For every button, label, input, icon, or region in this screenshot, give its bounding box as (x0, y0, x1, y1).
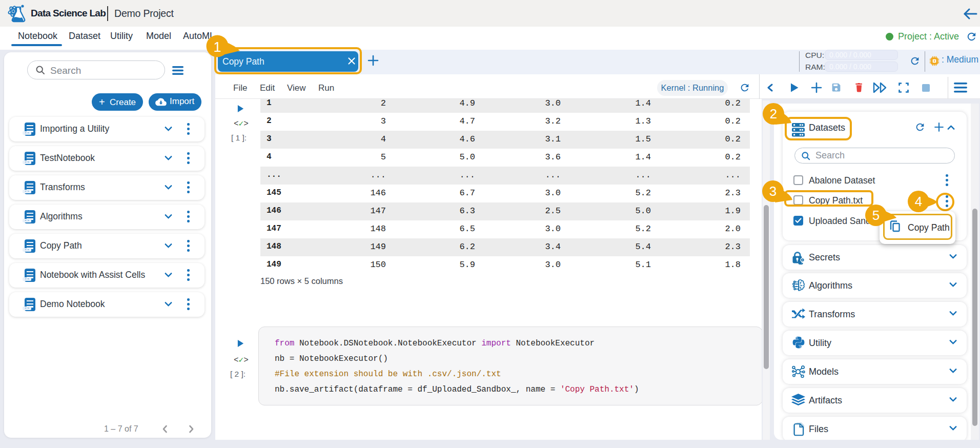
svg-text:4: 4 (915, 194, 922, 209)
svg-text:5: 5 (872, 208, 880, 223)
svg-text:3: 3 (769, 184, 777, 199)
svg-text:1: 1 (213, 39, 221, 55)
svg-text:2: 2 (770, 106, 777, 121)
